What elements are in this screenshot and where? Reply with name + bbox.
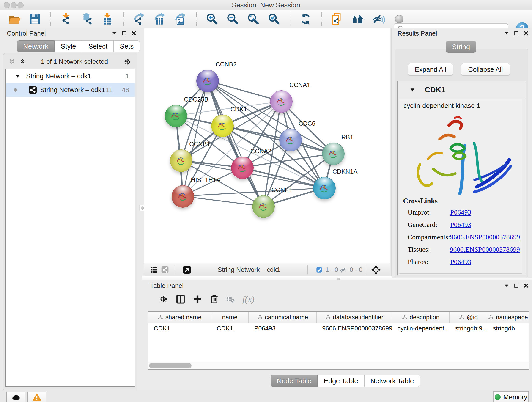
panel-close-icon[interactable]	[131, 31, 137, 36]
selected-checkbox-icon[interactable]	[316, 266, 323, 273]
collapse-all-icon[interactable]	[8, 58, 16, 65]
tab-edge-table[interactable]: Edge Table	[317, 375, 364, 387]
table-cell[interactable]: stringdb:9...	[450, 325, 487, 332]
right-splitter[interactable]	[390, 28, 390, 276]
network-canvas[interactable]: CCNB2CCNA1CDC25BCDK1CDC6RB1CCNB1CCNA2CDK…	[144, 28, 390, 263]
column-header-namespace[interactable]: namespace	[487, 312, 529, 323]
crosslink-row: Pharos:P06493	[408, 258, 520, 266]
collapse-all-button[interactable]: Collapse All	[461, 63, 510, 76]
panel-float-icon[interactable]	[121, 31, 127, 36]
home-icon[interactable]	[351, 13, 364, 26]
tab-style[interactable]: Style	[55, 40, 82, 52]
export-image-icon[interactable]	[174, 13, 187, 26]
tab-node-table[interactable]: Node Table	[271, 375, 317, 387]
table-row[interactable]: CDK1CDK1P064939606.ENSP00000378699cyclin…	[148, 323, 529, 334]
crosslink-link[interactable]: P06493	[450, 258, 471, 266]
results-panel: Results Panel String Expand All Collapse…	[392, 28, 532, 278]
panel-menu-icon[interactable]	[111, 30, 117, 36]
tab-select[interactable]: Select	[82, 40, 114, 52]
panel-float-icon[interactable]	[514, 31, 519, 36]
panel-close-icon[interactable]	[523, 31, 529, 36]
delete-column-icon[interactable]	[209, 294, 219, 304]
crosslink-link[interactable]: 9606.ENSP00000378699	[450, 233, 520, 241]
node-ccna2[interactable]	[231, 157, 254, 179]
expand-all-button[interactable]: Expand All	[408, 63, 453, 76]
table-cell[interactable]: stringdb	[487, 325, 529, 332]
table-cell[interactable]: 9606.ENSP00000378699	[317, 325, 392, 332]
table-cell[interactable]: cyclin-dependent ...	[392, 325, 450, 332]
node-cdc6[interactable]	[279, 129, 302, 151]
node-ccnb1[interactable]	[170, 149, 192, 172]
open-file-icon[interactable]	[8, 13, 21, 26]
refresh-icon[interactable]	[299, 13, 312, 26]
node-cdkn1a[interactable]	[313, 177, 336, 199]
column-header-id[interactable]: @id	[450, 312, 487, 323]
birds-eye-grid-icon[interactable]	[150, 266, 158, 274]
node-ccna1[interactable]	[270, 90, 293, 113]
import-network-from-database-icon[interactable]	[81, 13, 94, 26]
export-network-icon[interactable]	[133, 13, 146, 26]
zoom-fit-icon[interactable]	[247, 13, 260, 26]
node-rb1[interactable]	[322, 143, 345, 165]
open-session-icon[interactable]	[331, 13, 344, 26]
column-header-canonical-name[interactable]: canonical name	[249, 312, 317, 323]
function-builder-icon[interactable]: f(x)	[242, 294, 254, 304]
memory-button[interactable]: Memory	[493, 391, 529, 402]
import-network-from-file-icon[interactable]	[60, 13, 73, 26]
table-cell[interactable]: P06493	[249, 325, 317, 332]
column-header-database-identifier[interactable]: database identifier	[317, 312, 392, 323]
tree-collapse-icon[interactable]	[15, 74, 20, 79]
cloud-button[interactable]	[6, 392, 25, 402]
detach-view-icon[interactable]	[182, 265, 191, 274]
table-gear-icon[interactable]	[158, 294, 169, 304]
share-network-icon[interactable]	[161, 266, 169, 274]
panel-menu-icon[interactable]	[504, 30, 510, 36]
panel-close-icon[interactable]	[523, 283, 529, 288]
node-ccne1[interactable]	[252, 195, 275, 218]
node-ccnb2[interactable]	[196, 70, 219, 92]
tab-sets[interactable]: Sets	[114, 40, 140, 52]
zoom-out-icon[interactable]	[226, 13, 239, 26]
panel-float-icon[interactable]	[514, 283, 519, 288]
crosslink-link[interactable]: 9606.ENSP00000378699	[450, 245, 520, 253]
scrollbar-thumb[interactable]	[149, 363, 191, 368]
expand-all-icon[interactable]	[19, 58, 26, 65]
warning-button[interactable]	[27, 392, 46, 402]
add-column-icon[interactable]	[192, 294, 203, 304]
import-table-from-file-icon[interactable]	[101, 13, 114, 26]
node-hist1h1a[interactable]	[172, 185, 194, 208]
tab-network[interactable]: Network	[17, 40, 55, 52]
node-cdc25b[interactable]	[165, 105, 187, 127]
delete-table-icon[interactable]	[226, 294, 235, 304]
crosslink-label: Compartments:	[408, 233, 450, 241]
zoom-selected-icon[interactable]	[268, 13, 280, 26]
tab-string[interactable]: String	[446, 41, 476, 53]
section-collapse-icon[interactable]	[410, 87, 415, 93]
protein-ribbon-thumbnail	[235, 161, 249, 175]
network-row-selected[interactable]: String Network – cdk1 11 48	[6, 83, 135, 97]
hidden-eye-icon[interactable]	[340, 266, 348, 274]
export-table-icon[interactable]	[153, 13, 166, 26]
node-cdk1[interactable]	[211, 115, 234, 137]
select-columns-icon[interactable]	[176, 294, 186, 304]
hide-unhide-icon[interactable]	[372, 13, 385, 26]
crosslink-link[interactable]: P06493	[450, 208, 471, 216]
column-header-name[interactable]: name	[211, 312, 249, 323]
zoom-in-icon[interactable]	[206, 13, 219, 26]
node-label-cdk1: CDK1	[230, 106, 247, 113]
column-header-shared-name[interactable]: shared name	[148, 312, 211, 323]
table-horizontal-scrollbar[interactable]	[148, 362, 529, 370]
results-scrollbar[interactable]	[522, 99, 525, 274]
network-collection-row[interactable]: String Network – cdk1 1	[6, 69, 135, 83]
crosslink-link[interactable]: P06493	[450, 221, 471, 229]
network-selection-status: 1 of 1 Network selected	[26, 58, 123, 65]
table-cell[interactable]: CDK1	[211, 325, 249, 332]
column-header-description[interactable]: description	[392, 312, 450, 323]
table-cell[interactable]: CDK1	[148, 325, 211, 332]
crosshair-icon[interactable]	[371, 264, 381, 275]
panel-menu-icon[interactable]	[504, 283, 510, 288]
cdk1-section-header[interactable]: CDK1	[398, 81, 526, 99]
gear-icon[interactable]	[123, 57, 132, 66]
tab-network-table[interactable]: Network Table	[364, 375, 420, 387]
save-session-icon[interactable]	[28, 13, 41, 26]
